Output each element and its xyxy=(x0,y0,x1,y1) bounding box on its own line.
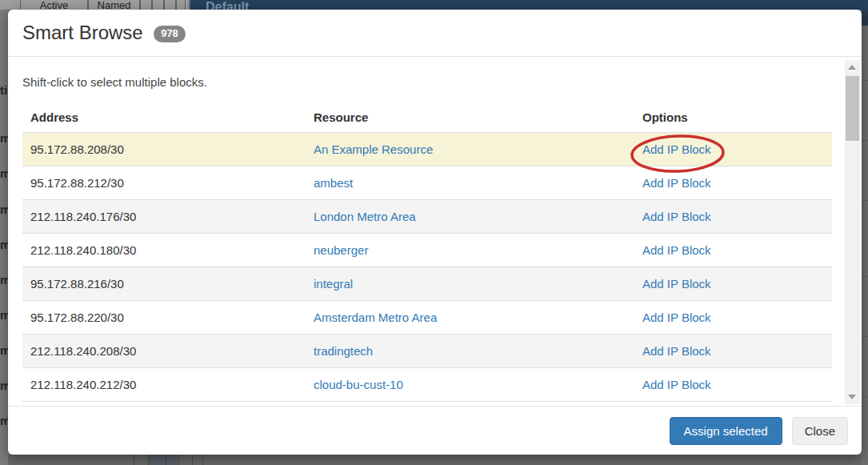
resource-link[interactable]: An Example Resource xyxy=(314,142,433,156)
assign-selected-button[interactable]: Assign selected xyxy=(670,417,782,445)
address-cell[interactable]: 212.118.240.176/30 xyxy=(22,200,306,234)
options-cell: Add IP Block xyxy=(634,267,832,301)
background-text-fragment: m xyxy=(0,132,8,144)
background-text-fragment: m xyxy=(0,379,8,391)
add-ip-block-link[interactable]: Add IP Block xyxy=(642,243,711,257)
resource-link[interactable]: ambest xyxy=(314,176,353,190)
background-tab-cell xyxy=(152,0,164,10)
background-right-strip xyxy=(862,10,868,465)
background-text-fragment: m xyxy=(0,415,8,427)
background-tab-cell xyxy=(176,0,186,10)
column-header-options: Options xyxy=(634,99,832,133)
resource-link[interactable]: tradingtech xyxy=(314,344,373,358)
background-left-strip: timmmmmmmmm xyxy=(0,10,8,465)
address-cell[interactable]: 95.172.88.220/30 xyxy=(22,301,306,335)
address-cell[interactable]: 212.118.240.208/30 xyxy=(22,335,306,368)
background-text-fragment: m xyxy=(0,203,8,215)
resource-cell: London Metro Area xyxy=(306,200,634,234)
table-row[interactable]: 95.172.88.208/30An Example ResourceAdd I… xyxy=(22,133,832,166)
add-ip-block-link[interactable]: Add IP Block xyxy=(642,142,711,156)
scroll-down-icon xyxy=(848,395,856,399)
background-tab-active: Active xyxy=(20,0,88,10)
table-row[interactable]: 95.172.88.212/30ambestAdd IP Block xyxy=(22,166,832,200)
options-cell: Add IP Block xyxy=(634,133,832,166)
options-cell: Add IP Block xyxy=(634,200,832,234)
background-bottom-strip xyxy=(8,455,862,465)
background-tab-cell xyxy=(164,0,176,10)
background-panel-edge xyxy=(862,10,868,26)
address-cell[interactable]: 95.172.88.216/30 xyxy=(22,267,306,301)
column-header-resource[interactable]: Resource xyxy=(306,99,634,133)
address-cell[interactable]: 212.118.240.180/30 xyxy=(22,234,306,267)
add-ip-block-link[interactable]: Add IP Block xyxy=(642,378,711,391)
address-cell[interactable]: 95.172.88.212/30 xyxy=(22,166,306,200)
background-tab-named: Named xyxy=(88,0,140,10)
background-text-fragment: m xyxy=(0,239,8,251)
modal-scrollbar[interactable] xyxy=(845,60,860,404)
table-row[interactable]: 95.172.88.216/30integralAdd IP Block xyxy=(22,267,832,301)
add-ip-block-link[interactable]: Add IP Block xyxy=(642,344,711,358)
resource-cell: An Example Resource xyxy=(306,133,634,166)
add-ip-block-link[interactable]: Add IP Block xyxy=(642,210,711,223)
table-row[interactable]: 212.118.240.212/30cloud-bu-cust-10Add IP… xyxy=(22,368,832,402)
resource-cell: Amsterdam Metro Area xyxy=(306,301,634,335)
blocks-table: Address Resource Options 95.172.88.208/3… xyxy=(22,99,832,402)
table-row[interactable]: 95.172.88.220/30Amsterdam Metro AreaAdd … xyxy=(22,301,832,335)
smart-browse-modal: Smart Browse 978 Shift-click to select m… xyxy=(8,10,862,455)
background-text-fragment: m xyxy=(0,344,8,356)
options-cell: Add IP Block xyxy=(634,368,832,402)
scroll-down-button[interactable] xyxy=(845,390,860,404)
table-row[interactable]: 212.118.240.180/30neubergerAdd IP Block xyxy=(22,234,832,267)
add-ip-block-link[interactable]: Add IP Block xyxy=(642,176,711,190)
resource-link[interactable]: neuberger xyxy=(314,243,368,257)
background-text-fragment: m xyxy=(0,274,8,286)
modal-footer: Assign selected Close xyxy=(8,406,862,455)
resource-cell: tradingtech xyxy=(306,335,634,368)
background-tab-cell xyxy=(140,0,152,10)
modal-header: Smart Browse 978 xyxy=(8,10,862,57)
hint-text: Shift-click to select multiple blocks. xyxy=(22,75,207,89)
address-cell[interactable]: 95.172.88.208/30 xyxy=(22,133,306,166)
options-cell: Add IP Block xyxy=(634,301,832,335)
background-default-panel: Default xyxy=(189,0,868,10)
column-header-address[interactable]: Address xyxy=(22,99,306,133)
scroll-up-icon xyxy=(848,65,856,70)
resource-link[interactable]: Amsterdam Metro Area xyxy=(314,311,437,324)
background-text-fragment: ti xyxy=(0,84,7,96)
resource-cell: cloud-bu-cust-10 xyxy=(306,368,634,402)
background-text-fragment: m xyxy=(0,309,8,321)
table-header-row: Address Resource Options xyxy=(22,99,832,133)
table-row[interactable]: 212.118.240.176/30London Metro AreaAdd I… xyxy=(22,200,832,234)
address-cell[interactable]: 212.118.240.212/30 xyxy=(22,368,306,402)
close-button[interactable]: Close xyxy=(792,417,848,445)
add-ip-block-link[interactable]: Add IP Block xyxy=(642,311,711,324)
scrollbar-thumb[interactable] xyxy=(846,76,859,141)
resource-link[interactable]: integral xyxy=(314,277,353,291)
options-cell: Add IP Block xyxy=(634,234,832,267)
background-text-fragment: m xyxy=(0,167,8,179)
options-cell: Add IP Block xyxy=(634,166,832,200)
add-ip-block-link[interactable]: Add IP Block xyxy=(642,277,711,291)
resource-link[interactable]: cloud-bu-cust-10 xyxy=(314,378,403,391)
count-badge: 978 xyxy=(154,26,186,42)
resource-link[interactable]: London Metro Area xyxy=(314,210,416,223)
table-row[interactable]: 212.118.240.208/30tradingtechAdd IP Bloc… xyxy=(22,335,832,368)
options-cell: Add IP Block xyxy=(634,335,832,368)
resource-cell: ambest xyxy=(306,166,634,200)
resource-cell: neuberger xyxy=(306,234,634,267)
resource-cell: integral xyxy=(306,267,634,301)
scroll-up-button[interactable] xyxy=(845,60,860,74)
modal-title: Smart Browse xyxy=(22,22,143,43)
